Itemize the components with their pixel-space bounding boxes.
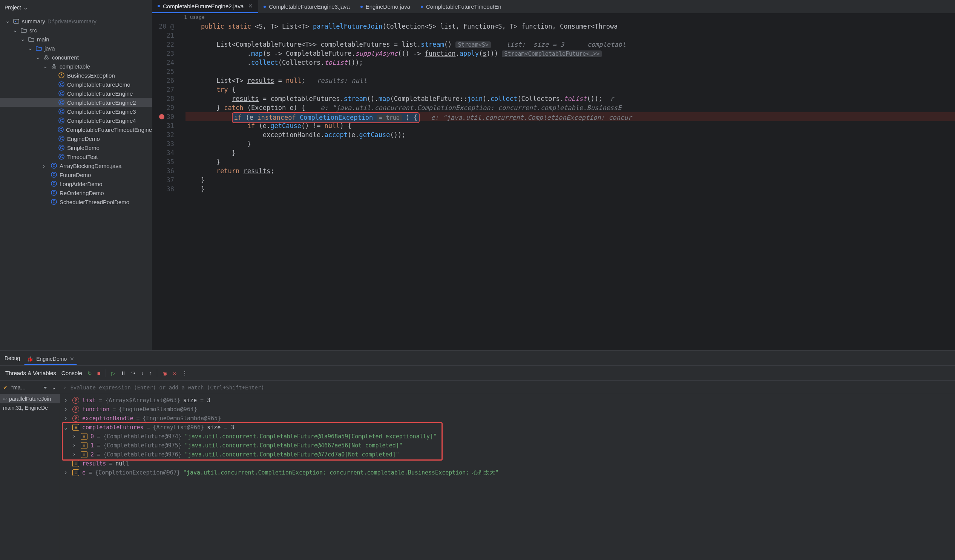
tree-item[interactable]: CSimpleDemo: [0, 143, 152, 152]
step-over-icon[interactable]: ↷: [131, 370, 136, 376]
svg-text:C: C: [60, 92, 63, 96]
mute-breakpoints-icon[interactable]: ⊘: [172, 370, 177, 376]
editor-tab-bar: CompletableFutureEngine2.java✕Completabl…: [152, 0, 955, 14]
class-icon: C: [50, 180, 57, 187]
variable-row[interactable]: ›≡ 1 = {CompletableFuture@975} "java.uti…: [60, 441, 955, 450]
tree-item[interactable]: CCompletableFutureEngine2: [0, 98, 152, 107]
pause-icon[interactable]: ⏸: [121, 370, 126, 376]
variable-row[interactable]: ›P function = {EngineDemo$lambda@964}: [60, 405, 955, 414]
tree-arrow-icon[interactable]: ⌄: [28, 45, 33, 51]
close-icon[interactable]: ✕: [248, 3, 253, 9]
view-breakpoints-icon[interactable]: ◉: [163, 370, 167, 376]
tree-item[interactable]: CCompletableFutureEngine3: [0, 107, 152, 116]
step-into-icon[interactable]: ↓: [141, 370, 144, 376]
tree-item-label: CompletableFutureDemo: [67, 81, 130, 88]
variable-value: "java.util.concurrent.CompletableFuture@…: [185, 451, 399, 458]
class-icon: [158, 5, 160, 7]
class-icon: C: [58, 99, 65, 106]
variable-type: {CompletableFuture@974}: [103, 433, 182, 440]
class-icon: C: [58, 90, 65, 97]
project-header[interactable]: Project ⌄: [0, 0, 152, 15]
chevron-down-icon[interactable]: ⌄: [52, 385, 57, 390]
tree-item[interactable]: CSchedulerThreadPoolDemo: [0, 197, 152, 206]
thread-name[interactable]: "ma…: [11, 385, 26, 390]
tree-item[interactable]: ›CArrayBlockingDemo.java: [0, 161, 152, 170]
resume-icon[interactable]: ▷: [111, 370, 115, 376]
frame-row[interactable]: ↩ parallelFutureJoin: [0, 394, 60, 403]
tree-item[interactable]: BusinessException: [0, 71, 152, 80]
tree-item[interactable]: ⌄src: [0, 26, 152, 35]
editor-tab[interactable]: CompletableFutureTimeoutEn: [415, 0, 507, 13]
tree-item[interactable]: CCompletableFutureDemo: [0, 80, 152, 89]
close-icon[interactable]: ✕: [70, 356, 74, 362]
expand-icon[interactable]: ›: [63, 385, 66, 390]
tree-item[interactable]: CTimeoutTest: [0, 152, 152, 161]
frame-row[interactable]: main:31, EngineDe: [0, 403, 60, 412]
code-editor[interactable]: 1 usage20 @21222324252627282930313233343…: [152, 14, 955, 350]
tree-item[interactable]: CCompletableFutureEngine: [0, 89, 152, 98]
class-icon: C: [50, 189, 57, 196]
tree-item-label: ArrayBlockingDemo.java: [59, 163, 121, 169]
variables-tree[interactable]: ›P list = {Arrays$ArrayList@963} size = …: [60, 394, 955, 560]
editor-tab[interactable]: CompletableFutureEngine3.java: [258, 0, 355, 13]
stop-icon[interactable]: ■: [97, 370, 100, 376]
tree-item[interactable]: CEngineDemo: [0, 134, 152, 143]
editor-code[interactable]: public static <S, T> List<T> parallelFut…: [182, 14, 955, 350]
variable-row[interactable]: ›≡ 0 = {CompletableFuture@974} "java.uti…: [60, 432, 955, 441]
tree-arrow-icon[interactable]: ›: [64, 406, 69, 413]
tree-item[interactable]: ⌄java: [0, 44, 152, 53]
tree-item-label: concurrent: [52, 54, 79, 61]
variable-name: e: [82, 469, 86, 476]
debug-toolbar: Threads & Variables Console ↻ ■ ▷ ⏸ ↷ ↓ …: [0, 366, 955, 381]
project-tree[interactable]: ⌄summary D:\private\summary⌄src⌄main⌄jav…: [0, 15, 152, 350]
svg-text:C: C: [59, 128, 62, 132]
class-icon: [421, 6, 423, 8]
param-badge-icon: P: [72, 397, 79, 404]
tree-item[interactable]: CFutureDemo: [0, 170, 152, 179]
tree-item-label: CompletableFutureEngine: [67, 90, 133, 97]
tree-item[interactable]: ⌄summary D:\private\summary: [0, 17, 152, 26]
run-config-tab[interactable]: 🐞 EngineDemo ✕: [24, 355, 77, 365]
svg-text:C: C: [60, 109, 63, 114]
tree-item[interactable]: CReOrderingDemo: [0, 188, 152, 197]
editor-tab[interactable]: CompletableFutureEngine2.java✕: [152, 0, 258, 13]
tree-arrow-icon[interactable]: ⌄: [43, 63, 48, 70]
tab-console[interactable]: Console: [61, 370, 82, 376]
tree-arrow-icon[interactable]: ›: [64, 469, 69, 476]
variable-row[interactable]: ≡ results = null: [60, 459, 955, 468]
tree-item[interactable]: CCompletableFutureTimeoutEngine: [0, 125, 152, 134]
filter-icon[interactable]: ⏷: [42, 385, 48, 390]
variable-row[interactable]: ›P list = {Arrays$ArrayList@963} size = …: [60, 396, 955, 405]
tree-arrow-icon[interactable]: ›: [43, 163, 48, 169]
tree-item[interactable]: ⌄completable: [0, 62, 152, 71]
tree-arrow-icon[interactable]: ›: [64, 397, 69, 404]
tree-item[interactable]: ⌄main: [0, 35, 152, 44]
tree-item[interactable]: CLongAdderDemo: [0, 179, 152, 188]
tree-arrow-icon[interactable]: ⌄: [36, 54, 41, 61]
variable-row[interactable]: ›≡ e = {CompletionException@967} "java.u…: [60, 468, 955, 477]
variable-row[interactable]: ›≡ 2 = {CompletableFuture@976} "java.uti…: [60, 450, 955, 459]
tree-arrow-icon[interactable]: ⌄: [64, 424, 69, 431]
variable-row[interactable]: ⌄≡ completableFutures = {ArrayList@966} …: [60, 423, 955, 432]
breakpoint-icon[interactable]: [159, 114, 164, 119]
tree-arrow-icon[interactable]: ›: [72, 451, 78, 458]
tab-threads-variables[interactable]: Threads & Variables: [5, 370, 56, 376]
tree-arrow-icon[interactable]: ⌄: [13, 27, 18, 34]
variable-row[interactable]: ›P exceptionHandle = {EngineDemo$lambda@…: [60, 414, 955, 423]
checkmark-icon: ✔: [3, 385, 8, 390]
editor-tab[interactable]: EngineDemo.java: [355, 0, 415, 13]
evaluate-expression-input[interactable]: Evaluate expression (Enter) or add a wat…: [70, 385, 264, 390]
variable-value: "java.util.concurrent.CompletionExceptio…: [183, 469, 499, 476]
tree-arrow-icon[interactable]: ›: [64, 415, 69, 422]
field-badge-icon: ≡: [72, 469, 79, 476]
tree-arrow-icon[interactable]: ⌄: [20, 36, 26, 42]
debug-header: Debug 🐞 EngineDemo ✕: [0, 351, 955, 366]
tree-arrow-icon[interactable]: ›: [72, 433, 78, 440]
tree-arrow-icon[interactable]: ›: [72, 442, 78, 449]
tree-arrow-icon[interactable]: ⌄: [5, 18, 11, 25]
step-out-icon[interactable]: ↑: [149, 370, 152, 376]
more-icon[interactable]: ⋮: [182, 370, 187, 376]
tree-item[interactable]: ⌄concurrent: [0, 53, 152, 62]
tree-item[interactable]: CCompletableFutureEngine4: [0, 116, 152, 125]
rerun-icon[interactable]: ↻: [88, 370, 92, 376]
